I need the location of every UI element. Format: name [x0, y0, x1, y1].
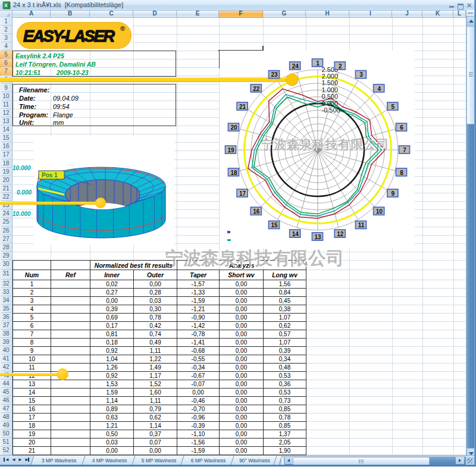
svg-text:5: 5	[392, 104, 395, 110]
svg-text:12: 12	[337, 231, 344, 237]
svg-text:0.500: 0.500	[322, 93, 339, 100]
svg-text:7: 7	[403, 147, 406, 154]
svg-text:10: 10	[376, 208, 383, 215]
svg-text:3: 3	[359, 71, 363, 78]
svg-text:4: 4	[377, 86, 381, 92]
svg-text:23: 23	[271, 71, 278, 78]
svg-text:2: 2	[339, 63, 342, 70]
svg-text:14: 14	[292, 231, 299, 237]
svg-text:24: 24	[292, 63, 299, 70]
svg-text:1.500: 1.500	[322, 79, 339, 86]
svg-text:0.000: 0.000	[322, 100, 339, 107]
svg-text:-0.500: -0.500	[322, 107, 340, 114]
svg-text:22: 22	[253, 86, 260, 92]
svg-text:20: 20	[230, 124, 237, 131]
svg-text:6: 6	[400, 124, 403, 131]
svg-text:15: 15	[271, 222, 278, 228]
svg-text:1: 1	[316, 60, 320, 67]
svg-text:8: 8	[400, 170, 403, 176]
svg-text:18: 18	[230, 170, 237, 176]
svg-text:16: 16	[253, 208, 260, 215]
svg-text:21: 21	[239, 104, 246, 110]
svg-text:11: 11	[358, 222, 365, 228]
svg-text:2.000: 2.000	[322, 73, 339, 80]
svg-text:Pos 1: Pos 1	[42, 172, 58, 178]
svg-text:13: 13	[314, 234, 321, 240]
svg-text:1.000: 1.000	[322, 86, 339, 93]
svg-text:19: 19	[227, 147, 234, 154]
svg-text:9: 9	[392, 190, 395, 197]
svg-text:17: 17	[239, 190, 246, 197]
